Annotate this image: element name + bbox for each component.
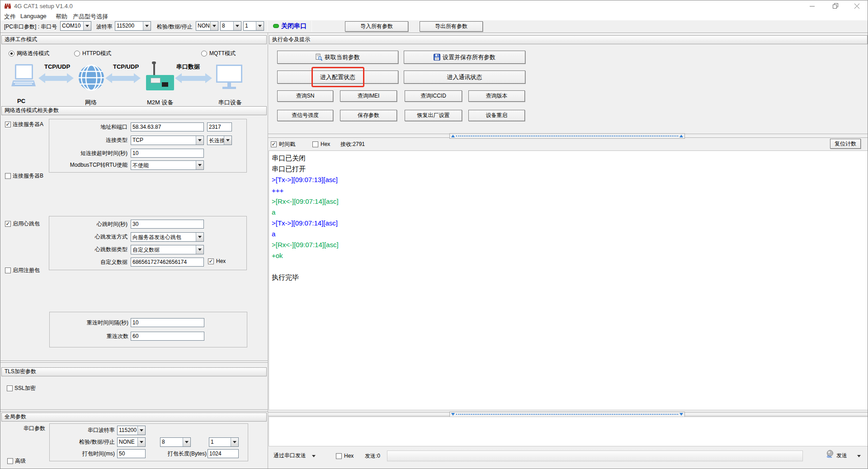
log-hex-label[interactable]: Hex <box>321 141 330 148</box>
reconnect-interval-input[interactable]: 10 <box>131 318 204 327</box>
close-icon <box>854 4 859 9</box>
log-lines[interactable]: 串口已关闭串口已打开>[Tx->][09:07:13][asc]+++>[Rx<… <box>269 150 868 410</box>
app-window: { "window": { "title": "4G CAT1 setup V1… <box>0 0 868 469</box>
set-save-params-button[interactable]: 设置并保存所有参数 <box>404 51 525 64</box>
heartbeat-hex-checkbox[interactable] <box>208 258 214 264</box>
factory-reset-button[interactable]: 恢复出厂设置 <box>405 110 462 121</box>
radio-mqtt-label[interactable]: MQTT模式 <box>209 50 236 57</box>
modbus-select[interactable]: 不使能 <box>131 160 204 170</box>
parity-label: 检验/数据/停止 <box>157 23 193 30</box>
advanced-checkbox[interactable] <box>7 458 13 464</box>
enter-comm-button[interactable]: 进入通讯状态 <box>404 70 525 84</box>
timestamp-checkbox[interactable] <box>271 141 277 147</box>
query-signal-button[interactable]: 查信号强度 <box>277 110 333 121</box>
radio-net-transparent-mode[interactable] <box>9 51 14 56</box>
chevron-down-icon[interactable] <box>183 438 190 446</box>
query-imei-button[interactable]: 查询IMEI <box>340 90 397 102</box>
send-button[interactable]: 发送 <box>836 452 847 459</box>
menu-help[interactable]: 帮助 <box>56 13 67 21</box>
send-hex-label[interactable]: Hex <box>344 453 354 460</box>
server-b-checkbox[interactable] <box>5 173 11 179</box>
conn-type-select[interactable]: TCP <box>131 136 204 145</box>
reset-count-button[interactable]: 复位计数 <box>830 139 861 149</box>
conn-mode-select[interactable]: 长连接 <box>207 136 232 145</box>
server-a-address-input[interactable]: 58.34.63.87 <box>131 122 204 131</box>
chevron-down-icon[interactable] <box>231 438 238 446</box>
register-checkbox[interactable] <box>5 267 11 273</box>
log-line: 串口已打开 <box>272 164 865 174</box>
custom-data-input[interactable]: 686561727462656174 <box>131 258 204 267</box>
send-via-dropdown[interactable]: 通过串口发送 <box>274 452 306 459</box>
global-stopbits-select[interactable]: 1 <box>209 437 239 447</box>
close-serial-button[interactable]: 关闭串口 <box>281 22 307 30</box>
heartbeat-datatype-select[interactable]: 自定义数据 <box>131 245 204 254</box>
chevron-down-icon[interactable] <box>137 426 145 435</box>
export-params-button[interactable]: 导出所有参数 <box>420 21 483 32</box>
server-a-checkbox[interactable] <box>5 122 11 127</box>
menu-product-model[interactable]: 产品型号选择 <box>73 13 108 21</box>
chevron-down-icon[interactable] <box>233 22 241 30</box>
radio-net-transparent-label[interactable]: 网络透传模式 <box>17 50 49 57</box>
chevron-down-icon[interactable] <box>196 161 203 169</box>
global-params-header: 全局参数 <box>1 413 267 422</box>
diagram-pc-label: PC <box>17 98 25 104</box>
global-parity-select[interactable]: NONE <box>117 437 146 447</box>
heartbeat-time-input[interactable]: 30 <box>131 220 204 229</box>
chevron-down-icon[interactable] <box>224 136 231 145</box>
get-params-icon <box>316 54 322 61</box>
chevron-down-icon[interactable] <box>83 22 91 30</box>
databits-select[interactable]: 8 <box>220 21 241 31</box>
send-hex-checkbox[interactable] <box>336 453 342 459</box>
device-restart-button[interactable]: 设备重启 <box>468 110 525 121</box>
server-a-port-input[interactable]: 2317 <box>207 122 232 131</box>
radio-mqtt-mode[interactable] <box>201 51 207 56</box>
menu-file[interactable]: 文件 <box>4 13 16 21</box>
query-version-button[interactable]: 查询版本 <box>468 90 525 102</box>
timestamp-label[interactable]: 时间戳 <box>279 141 295 148</box>
pack-len-input[interactable]: 1024 <box>208 449 239 458</box>
splitter-handle[interactable] <box>449 133 685 139</box>
save-params-button[interactable]: 保存参数 <box>340 110 397 121</box>
chevron-down-icon[interactable] <box>196 233 203 241</box>
menu-language[interactable]: Language <box>20 13 47 19</box>
ssl-checkbox[interactable] <box>7 385 13 391</box>
radio-httpd-mode[interactable] <box>74 51 80 56</box>
query-iccid-button[interactable]: 查询ICCID <box>405 90 462 102</box>
global-databits-select[interactable]: 8 <box>160 437 191 447</box>
chevron-down-icon[interactable] <box>196 136 203 145</box>
register-label[interactable]: 启用注册包 <box>13 267 40 274</box>
get-params-button[interactable]: 获取当前参数 <box>277 51 398 64</box>
stopbits-select[interactable]: 1 <box>243 21 264 31</box>
server-a-label[interactable]: 连接服务器A <box>13 121 43 128</box>
chevron-down-icon[interactable] <box>143 22 151 30</box>
send-input[interactable] <box>387 450 803 461</box>
chevron-down-icon[interactable] <box>312 455 316 457</box>
baud-select[interactable]: 115200 <box>115 21 151 31</box>
short-timeout-input[interactable]: 10 <box>131 149 204 158</box>
advanced-label[interactable]: 高级 <box>15 458 26 464</box>
heartbeat-mode-select[interactable]: 向服务器发送心跳包 <box>131 232 204 242</box>
heartbeat-label[interactable]: 启用心跳包 <box>13 220 40 227</box>
chevron-down-icon[interactable] <box>137 438 145 446</box>
chevron-down-icon[interactable] <box>256 22 264 30</box>
restore-button[interactable] <box>825 0 845 11</box>
chevron-down-icon[interactable] <box>210 22 218 30</box>
heartbeat-checkbox[interactable] <box>5 221 11 227</box>
radio-httpd-label[interactable]: HTTPD模式 <box>82 50 111 57</box>
server-b-label[interactable]: 连接服务器B <box>13 173 43 179</box>
global-baud-select[interactable]: 115200 <box>117 426 146 435</box>
heartbeat-hex-label[interactable]: Hex <box>216 258 226 265</box>
parity-select[interactable]: NONI <box>196 21 218 31</box>
chevron-down-icon[interactable] <box>857 455 861 457</box>
reconnect-count-input[interactable]: 60 <box>131 332 204 341</box>
com-port-select[interactable]: COM10 <box>60 21 91 31</box>
pack-time-input[interactable]: 50 <box>117 449 146 458</box>
ssl-label[interactable]: SSL加密 <box>14 385 36 392</box>
send-text-area[interactable] <box>269 417 868 446</box>
chevron-down-icon[interactable] <box>196 245 203 254</box>
log-hex-checkbox[interactable] <box>312 141 318 147</box>
close-button[interactable] <box>847 0 867 11</box>
minimize-button[interactable] <box>802 0 822 11</box>
import-params-button[interactable]: 导入所有参数 <box>345 21 408 32</box>
query-sn-button[interactable]: 查询SN <box>277 90 333 102</box>
